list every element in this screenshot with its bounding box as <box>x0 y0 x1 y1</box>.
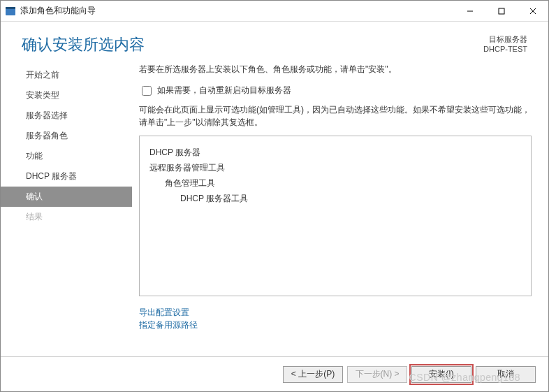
sidebar-item-server-roles[interactable]: 服务器角色 <box>1 126 132 146</box>
selection-list: DHCP 服务器 远程服务器管理工具 角色管理工具 DHCP 服务器工具 <box>139 136 532 296</box>
note-text: 可能会在此页面上显示可选功能(如管理工具)，因为已自动选择这些功能。如果不希望安… <box>139 103 532 129</box>
list-item-dhcp-server: DHCP 服务器 <box>149 145 521 160</box>
svg-rect-1 <box>6 7 15 9</box>
cancel-button[interactable]: 取消 <box>476 366 536 383</box>
sidebar-item-install-type[interactable]: 安装类型 <box>1 85 132 106</box>
close-button[interactable] <box>517 1 548 21</box>
target-label: 目标服务器 <box>483 34 527 44</box>
header: 确认安装所选内容 目标服务器 DHCP-TEST <box>1 22 548 64</box>
page-title: 确认安装所选内容 <box>22 34 145 55</box>
sidebar-item-before-you-begin[interactable]: 开始之前 <box>1 65 132 85</box>
sidebar: 开始之前 安装类型 服务器选择 服务器角色 功能 DHCP 服务器 确认 结果 <box>1 64 132 356</box>
install-button[interactable]: 安装(I) <box>411 366 471 383</box>
maximize-icon <box>498 8 505 15</box>
auto-restart-checkbox[interactable] <box>142 86 152 96</box>
maximize-button[interactable] <box>485 1 517 21</box>
minimize-button[interactable] <box>454 1 485 21</box>
main-content: 若要在所选服务器上安装以下角色、角色服务或功能，请单击"安装"。 如果需要，自动… <box>132 64 548 356</box>
links: 导出配置设置 指定备用源路径 <box>139 306 532 331</box>
previous-button[interactable]: < 上一步(P) <box>283 366 343 383</box>
target-info: 目标服务器 DHCP-TEST <box>483 34 527 54</box>
sidebar-item-features[interactable]: 功能 <box>1 146 132 166</box>
minimize-icon <box>467 8 474 15</box>
intro-text: 若要在所选服务器上安装以下角色、角色服务或功能，请单击"安装"。 <box>139 64 532 75</box>
window-title: 添加角色和功能向导 <box>20 5 454 17</box>
svg-rect-3 <box>499 8 504 14</box>
sidebar-item-results: 结果 <box>1 207 132 227</box>
titlebar: 添加角色和功能向导 <box>1 1 548 22</box>
list-item-dhcp-tools: DHCP 服务器工具 <box>149 191 521 206</box>
alternate-source-link[interactable]: 指定备用源路径 <box>139 319 532 331</box>
list-item-role-admin-tools: 角色管理工具 <box>149 175 521 191</box>
next-button: 下一步(N) > <box>347 366 407 383</box>
app-icon <box>5 6 16 17</box>
target-value: DHCP-TEST <box>483 44 527 54</box>
sidebar-item-confirmation[interactable]: 确认 <box>1 187 132 207</box>
wizard-window: 添加角色和功能向导 确认安装所选内容 目标服务器 DHCP-TEST 开始之前 … <box>0 0 549 392</box>
auto-restart-label: 如果需要，自动重新启动目标服务器 <box>157 85 291 96</box>
sidebar-item-dhcp-server[interactable]: DHCP 服务器 <box>1 166 132 187</box>
window-controls <box>454 1 548 21</box>
close-icon <box>529 8 536 15</box>
footer: < 上一步(P) 下一步(N) > 安装(I) 取消 CSDN @zhangpe… <box>1 356 548 391</box>
export-settings-link[interactable]: 导出配置设置 <box>139 306 532 319</box>
body: 开始之前 安装类型 服务器选择 服务器角色 功能 DHCP 服务器 确认 结果 … <box>1 64 548 356</box>
restart-checkbox-row: 如果需要，自动重新启动目标服务器 <box>139 85 532 96</box>
list-item-remote-tools: 远程服务器管理工具 <box>149 160 521 175</box>
sidebar-item-server-selection[interactable]: 服务器选择 <box>1 106 132 126</box>
